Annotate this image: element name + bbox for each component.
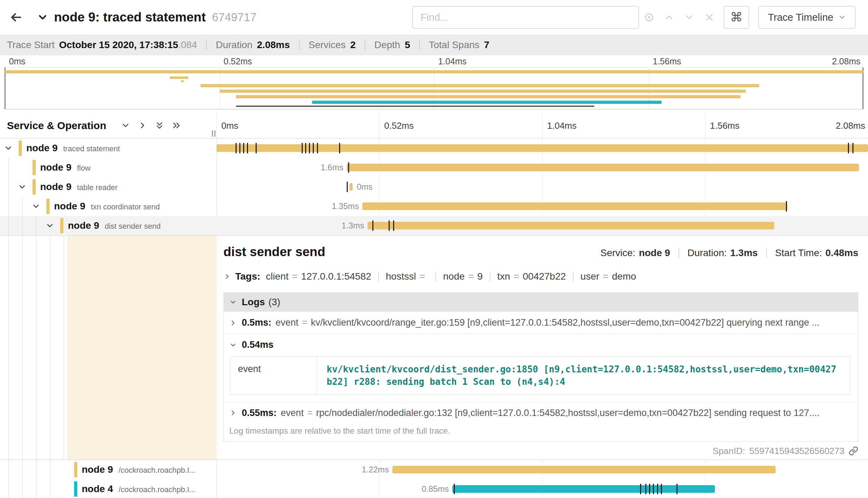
log-fields: event=rpc/nodedialer/nodedialer.go:132 [… bbox=[281, 408, 851, 418]
find-input[interactable] bbox=[412, 6, 639, 29]
trace-view-dropdown[interactable]: Trace Timeline bbox=[758, 6, 856, 29]
service-name: node 9 bbox=[54, 201, 85, 211]
duration-label: 1.22ms bbox=[216, 465, 392, 474]
log-timestamp: 0.54ms bbox=[242, 339, 274, 350]
span-rows-bottom: node 9/cockroach.roachpb.I...1.22msnode … bbox=[0, 460, 868, 498]
indent-guide bbox=[8, 216, 9, 235]
span-row[interactable]: node 4/cockroach.roachpb.I...0.85ms bbox=[0, 479, 868, 498]
tag-value: 9 bbox=[477, 271, 483, 282]
minimap-left-handle[interactable] bbox=[5, 67, 6, 109]
log-entry-expanded[interactable]: 0.54mseventkv/kvclient/kvcoord/dist_send… bbox=[224, 334, 858, 402]
span-bar[interactable] bbox=[452, 485, 715, 493]
span-timeline-cell[interactable] bbox=[216, 138, 868, 158]
operation-name: flow bbox=[77, 164, 90, 172]
keyboard-shortcuts-button[interactable]: ⌘ bbox=[724, 6, 749, 29]
tag-value: demo bbox=[612, 271, 636, 282]
tag-key: user bbox=[581, 271, 599, 282]
span-row[interactable]: node 9flow1.6ms bbox=[0, 158, 868, 177]
summary-item: Total Spans7 bbox=[429, 39, 489, 51]
trace-id: 6749717 bbox=[212, 11, 256, 24]
find-controls bbox=[644, 12, 715, 22]
span-event-tick bbox=[239, 143, 240, 153]
span-event-tick bbox=[640, 484, 641, 494]
service-color-bar bbox=[33, 160, 36, 175]
chevron-down-icon[interactable] bbox=[37, 11, 48, 23]
service-operation-title: Service & Operation bbox=[7, 120, 106, 132]
summary-value-group: 5 bbox=[405, 39, 410, 51]
span-name-cell[interactable]: node 4/cockroach.roachpb.I... bbox=[0, 479, 216, 498]
tag-key: txn bbox=[497, 271, 510, 282]
span-row[interactable]: node 9dist sender send1.3ms bbox=[0, 216, 868, 235]
operation-name: txn coordinator send bbox=[91, 202, 160, 211]
span-name: node 9txn coordinator send bbox=[54, 201, 160, 212]
link-icon[interactable] bbox=[849, 446, 858, 456]
summary-label: Depth bbox=[374, 39, 400, 51]
chevron-down-icon[interactable] bbox=[18, 182, 27, 191]
log-fields: event=kv/kvclient/kvcoord/range_iter.go:… bbox=[276, 317, 851, 328]
span-timeline-cell[interactable]: 1.6ms bbox=[216, 158, 868, 177]
operation-name: /cockroach.roachpb.I... bbox=[118, 466, 196, 474]
logs-title: Logs bbox=[242, 297, 265, 308]
span-name-cell[interactable]: node 9/cockroach.roachpb.I... bbox=[0, 460, 216, 479]
span-name-cell[interactable]: node 9traced statement bbox=[0, 138, 216, 158]
summary-item: Depth5 bbox=[374, 39, 410, 51]
span-row[interactable]: node 9/cockroach.roachpb.I...1.22ms bbox=[0, 460, 868, 479]
minimap-canvas[interactable] bbox=[5, 67, 863, 109]
close-icon[interactable] bbox=[704, 12, 715, 22]
span-detail-accent bbox=[67, 236, 216, 460]
chevron-down-icon[interactable] bbox=[121, 121, 130, 130]
log-entry[interactable]: 0.55ms:event=rpc/nodedialer/nodedialer.g… bbox=[224, 402, 858, 424]
circle-dot-icon[interactable] bbox=[644, 12, 654, 22]
span-bar[interactable] bbox=[392, 466, 776, 473]
equals-sign: = bbox=[419, 271, 425, 282]
tags-row[interactable]: Tags: client=127.0.0.1:54582hostssl=node… bbox=[223, 271, 858, 282]
span-event-tick bbox=[313, 143, 314, 153]
span-timeline-cell[interactable]: 1.22ms bbox=[216, 460, 868, 479]
chevron-right-icon bbox=[229, 409, 237, 417]
minimap-span-bar bbox=[236, 106, 595, 107]
span-event-tick bbox=[243, 143, 244, 153]
span-timeline-cell[interactable]: 0ms bbox=[216, 177, 868, 197]
span-name-cell[interactable]: node 9txn coordinator send bbox=[0, 197, 216, 216]
span-bar[interactable] bbox=[216, 144, 868, 152]
service-color-bar bbox=[46, 199, 50, 214]
chevron-down-icon[interactable] bbox=[32, 202, 41, 211]
arrow-left-icon bbox=[9, 10, 23, 24]
service-name: node 9 bbox=[40, 181, 71, 192]
summary-divider bbox=[365, 40, 365, 50]
span-bar[interactable] bbox=[362, 202, 787, 210]
log-entry-header[interactable]: 0.54ms bbox=[229, 339, 851, 350]
chevron-up-icon[interactable] bbox=[664, 12, 674, 22]
summary-label: Services bbox=[309, 39, 346, 51]
span-timeline-cell[interactable]: 1.35ms bbox=[216, 197, 868, 216]
span-row[interactable]: node 9table reader0ms bbox=[0, 177, 868, 197]
span-timeline-cell[interactable]: 0.85ms bbox=[216, 479, 868, 498]
logs-header[interactable]: Logs (3) bbox=[224, 293, 858, 311]
span-row[interactable]: node 9traced statement bbox=[0, 138, 868, 158]
summary-value: 5 bbox=[405, 39, 410, 50]
service-name: node 9 bbox=[68, 220, 99, 231]
chevron-right-icon[interactable] bbox=[138, 121, 147, 130]
chevron-down-icon[interactable] bbox=[4, 144, 13, 153]
summary-value-group: 7 bbox=[484, 39, 489, 51]
double-chevron-right-icon[interactable] bbox=[172, 121, 181, 130]
chevron-down-icon[interactable] bbox=[45, 221, 54, 230]
span-row[interactable]: node 9txn coordinator send1.35ms bbox=[0, 197, 868, 216]
span-timeline-cell[interactable]: 1.3ms bbox=[216, 216, 868, 235]
double-chevron-down-icon[interactable] bbox=[155, 121, 164, 130]
log-entry[interactable]: 0.5ms:event=kv/kvclient/kvcoord/range_it… bbox=[224, 311, 858, 334]
span-name-cell[interactable]: node 9dist sender send bbox=[0, 216, 216, 235]
span-bar[interactable] bbox=[347, 164, 859, 171]
span-name-cell[interactable]: node 9table reader bbox=[0, 177, 216, 197]
detail-meta-item: Service:node 9 bbox=[600, 247, 670, 259]
minimap-span-bar bbox=[220, 90, 746, 93]
span-bar[interactable] bbox=[349, 183, 353, 191]
time-tick-label: 0ms bbox=[216, 120, 238, 131]
span-bar[interactable] bbox=[367, 222, 774, 229]
chevron-down-icon[interactable] bbox=[684, 12, 694, 22]
indent-guide bbox=[36, 236, 36, 460]
back-button[interactable] bbox=[0, 0, 32, 35]
span-name-cell[interactable]: node 9flow bbox=[0, 158, 216, 177]
minimap-right-handle[interactable] bbox=[862, 67, 863, 109]
indent-guide bbox=[36, 216, 36, 235]
